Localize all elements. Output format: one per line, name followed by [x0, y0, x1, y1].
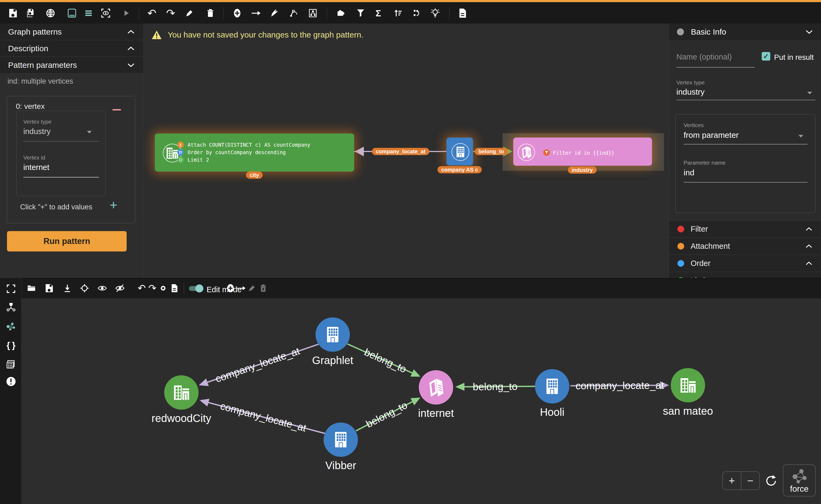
show-eye-icon[interactable] — [98, 284, 107, 293]
redo-icon[interactable]: ↷ — [166, 8, 175, 18]
filter-funnel-icon[interactable] — [356, 8, 365, 18]
zoom-controls: + − — [722, 471, 760, 490]
input-underline — [677, 100, 815, 100]
save-icon[interactable] — [8, 8, 18, 18]
toolbar-divider — [223, 7, 224, 19]
preview-eye-icon[interactable] — [101, 8, 110, 18]
section-pattern-parameters[interactable]: Pattern parameters — [0, 57, 143, 73]
list-icon[interactable] — [84, 8, 93, 18]
section-filter[interactable]: Filter — [669, 220, 821, 238]
filter-dot-icon — [678, 226, 684, 232]
section-attachment[interactable]: Attachment — [669, 238, 821, 255]
sigma-badge-icon: Σ — [177, 142, 184, 148]
remove-value-button[interactable] — [112, 109, 121, 110]
fullscreen-icon[interactable] — [6, 284, 16, 294]
undo-icon[interactable]: ↶ — [137, 284, 146, 293]
parameter-name-input[interactable]: ind — [684, 168, 694, 177]
section-description[interactable]: Description — [0, 40, 143, 57]
put-in-result-checkbox[interactable]: ✓ — [762, 52, 770, 61]
svg-text:Graphlet: Graphlet — [312, 354, 353, 366]
add-vertex-icon[interactable] — [232, 8, 242, 18]
chevron-down-icon — [805, 29, 813, 34]
add-value-button[interactable]: + — [110, 198, 117, 212]
edit-mode-toggle[interactable] — [188, 284, 203, 293]
dropdown-arrow-icon[interactable] — [807, 92, 812, 94]
schema-icon[interactable] — [308, 8, 318, 18]
pattern-node-industry[interactable]: Filter id in {{ind}} — [513, 138, 652, 166]
pen-icon[interactable] — [269, 8, 279, 18]
basic-info-header[interactable]: Basic Info — [669, 24, 821, 40]
unsaved-warning: You have not saved your changes to the g… — [151, 30, 363, 39]
save-copy-icon[interactable] — [26, 8, 35, 18]
svg-text:Vibber: Vibber — [326, 459, 356, 471]
download-icon[interactable] — [63, 284, 72, 293]
hide-eye-icon[interactable] — [115, 284, 124, 293]
network-graph-icon[interactable] — [6, 321, 16, 331]
warning-icon — [151, 30, 162, 39]
edit-pencil-icon[interactable] — [184, 8, 194, 18]
top-accent-strip — [0, 0, 821, 2]
pattern-edge-label-belong-to[interactable]: belong_to — [475, 148, 508, 155]
document-icon[interactable] — [170, 284, 179, 293]
chevron-up-icon — [805, 261, 813, 266]
force-layout-button[interactable]: force — [783, 464, 816, 496]
add-link-arrow-icon[interactable] — [237, 284, 246, 293]
aggregate-sigma-icon[interactable]: Σ — [374, 8, 383, 18]
dropdown-arrow-icon[interactable] — [798, 135, 803, 138]
gsql-globe-icon[interactable] — [46, 8, 55, 18]
braces-icon[interactable]: { } — [6, 340, 16, 350]
order-badge-icon — [177, 149, 184, 155]
svg-text:belong_to: belong_to — [363, 346, 408, 375]
vertex-type-label: Vertex type — [23, 118, 51, 125]
flow-tree-icon[interactable] — [6, 302, 16, 312]
pattern-node-city[interactable]: Σ Attach COUNT(DISTINCT c) AS countCompa… — [155, 134, 354, 172]
zoom-in-button[interactable]: + — [723, 472, 741, 490]
section-label: Description — [8, 44, 48, 53]
toolbar-divider — [139, 7, 139, 19]
document-icon[interactable] — [458, 8, 467, 18]
svg-text:Hooli: Hooli — [540, 406, 564, 418]
suggest-bulb-icon[interactable] — [430, 8, 440, 18]
bezier-path-icon[interactable] — [289, 8, 299, 18]
attachment-puzzle-icon[interactable] — [336, 8, 346, 18]
chevron-up-icon — [127, 46, 135, 51]
delete-trash-icon[interactable] — [259, 284, 268, 293]
layout-panel-icon[interactable] — [67, 8, 77, 18]
redo-icon[interactable]: ↷ — [148, 284, 157, 293]
run-play-icon[interactable] — [121, 8, 131, 18]
section-graph-patterns[interactable]: Graph patterns — [0, 24, 143, 40]
filter-badge-icon — [543, 149, 550, 156]
undo-icon[interactable]: ↶ — [147, 8, 157, 18]
pattern-label-company: company AS c — [437, 166, 482, 173]
vertex-id-input[interactable]: internet — [23, 163, 49, 172]
add-node-icon[interactable] — [226, 284, 235, 293]
zoom-out-button[interactable]: − — [741, 472, 759, 490]
alert-icon[interactable] — [6, 376, 16, 387]
limit-skip-icon[interactable] — [412, 8, 422, 18]
toolbar-divider — [184, 282, 184, 294]
folder-open-icon[interactable] — [27, 284, 36, 293]
vertices-select[interactable]: from parameter — [684, 131, 739, 140]
pattern-edge-label-company-locate-at[interactable]: company_locate_at — [372, 148, 429, 155]
chevron-up-icon — [805, 244, 813, 249]
settings-gear-icon[interactable] — [158, 284, 168, 293]
order-sort-icon[interactable] — [393, 8, 403, 18]
svg-text:company_locate_at: company_locate_at — [214, 345, 301, 385]
section-order[interactable]: Order — [669, 255, 821, 272]
locate-icon[interactable] — [80, 284, 89, 293]
graph-visualization-canvas[interactable]: company_locate_atcompany_locate_atbelong… — [21, 298, 821, 504]
run-pattern-button[interactable]: Run pattern — [7, 231, 127, 251]
save-icon[interactable] — [45, 284, 54, 293]
basic-info-panel: Basic Info Name (optional) ✓ Put in resu… — [669, 24, 821, 289]
table-icon[interactable] — [6, 359, 16, 369]
delete-trash-icon[interactable] — [206, 8, 215, 18]
vertex-type-select[interactable]: industry — [677, 87, 705, 97]
name-input[interactable]: Name (optional) — [677, 53, 732, 61]
edit-pencil-icon[interactable] — [248, 284, 257, 293]
vertex-type-select[interactable]: industry — [23, 127, 51, 136]
refresh-button[interactable] — [765, 474, 777, 486]
filter-rule-text: Filter id in {{ind}} — [553, 150, 614, 156]
pattern-node-company[interactable] — [446, 138, 473, 165]
add-edge-arrow-icon[interactable] — [251, 8, 261, 18]
dropdown-arrow-icon[interactable] — [87, 131, 92, 134]
